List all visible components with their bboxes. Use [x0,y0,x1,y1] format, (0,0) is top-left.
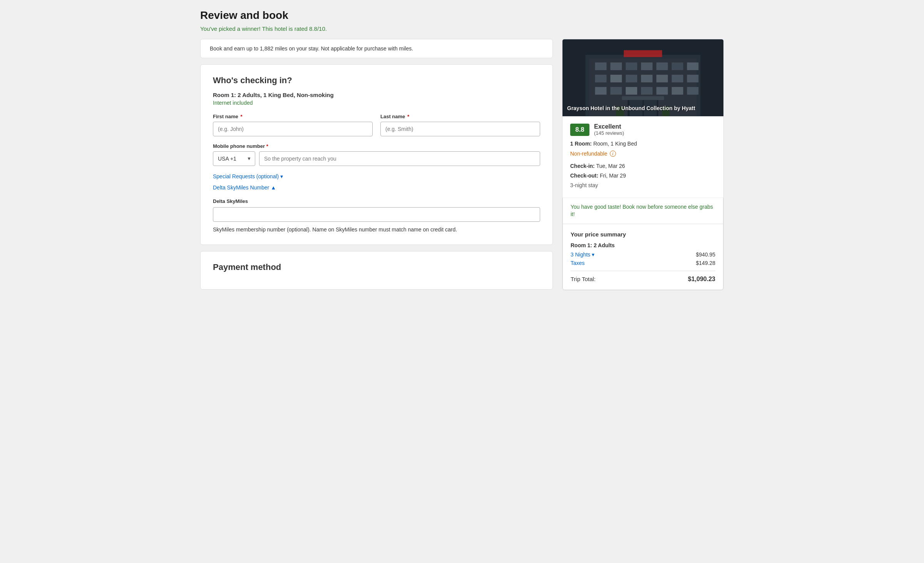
skymiles-input[interactable] [213,207,540,222]
page-title: Review and book [200,9,724,22]
phone-number-input[interactable] [259,151,540,166]
special-requests-link[interactable]: Special Requests (optional) ▾ [213,173,283,179]
hotel-info: 8.8 Excellent (145 reviews) 1 Room: Room… [562,116,723,198]
phone-label: Mobile phone number * [213,143,540,149]
chevron-down-icon: ▾ [280,173,283,179]
skymiles-link[interactable]: Delta SkyMiles Number ▲ [213,184,276,191]
svg-rect-31 [624,50,662,57]
country-code-select[interactable]: USA +1 CAN +1 GBR +44 [213,151,255,166]
right-column: Grayson Hotel in the Unbound Collection … [562,39,724,290]
hotel-image: Grayson Hotel in the Unbound Collection … [562,39,723,116]
non-refundable-label: Non-refundable i [570,151,716,157]
last-name-label: Last name * [380,114,540,119]
room-label: Room 1: 2 Adults, 1 King Bed, Non-smokin… [213,92,540,98]
first-name-label: First name * [213,114,373,119]
taxes-label[interactable]: Taxes [571,260,585,266]
hotel-card: Grayson Hotel in the Unbound Collection … [562,39,724,290]
hotel-image-title: Grayson Hotel in the Unbound Collection … [567,105,719,112]
winner-message: You've picked a winner! This hotel is ra… [200,25,724,32]
phone-row: Mobile phone number * USA +1 CAN +1 GBR … [213,143,540,166]
last-name-group: Last name * [380,114,540,136]
checkin-section-title: Who's checking in? [213,75,540,85]
first-name-group: First name * [213,114,373,136]
payment-section-title: Payment method [213,262,540,272]
trip-total-label: Trip Total: [571,276,596,282]
country-select-wrapper: USA +1 CAN +1 GBR +44 ▼ [213,151,255,166]
last-name-input[interactable] [380,122,540,136]
trip-total-row: Trip Total: $1,090.23 [571,276,715,283]
payment-card: Payment method [200,251,553,290]
chevron-up-icon: ▲ [271,184,276,191]
nights-row: 3 Nights ▾ $940.95 [571,251,715,258]
rating-label: Excellent [594,123,624,130]
good-taste-message: You have good taste! Book now before som… [562,198,723,224]
chevron-down-icon: ▾ [592,251,594,258]
nights-label[interactable]: 3 Nights ▾ [571,251,594,258]
taxes-row: Taxes $149.28 [571,260,715,266]
name-row: First name * Last name * [213,114,540,136]
price-room-label: Room 1: 2 Adults [571,242,715,248]
checkin-info: Check-in: Tue, Mar 26 Check-out: Fri, Ma… [570,161,716,191]
skymiles-toggle[interactable]: Delta SkyMiles Number ▲ [213,184,540,195]
room-info: 1 Room: Room, 1 King Bed [570,141,716,147]
night-stay: 3-night stay [570,181,716,190]
price-summary: Your price summary Room 1: 2 Adults 3 Ni… [562,224,723,290]
price-summary-title: Your price summary [571,231,715,238]
skymiles-field-label: Delta SkyMiles [213,198,540,204]
phone-input-group: USA +1 CAN +1 GBR +44 ▼ [213,151,540,166]
special-requests-toggle[interactable]: Special Requests (optional) ▾ [213,173,540,184]
checkin-card: Who's checking in? Room 1: 2 Adults, 1 K… [200,64,553,245]
taxes-value: $149.28 [696,260,715,266]
rating-reviews: (145 reviews) [594,130,624,136]
price-divider [571,271,715,271]
miles-banner: Book and earn up to 1,882 miles on your … [200,39,553,58]
trip-total-value: $1,090.23 [688,276,715,283]
skymiles-note: SkyMiles membership number (optional). N… [213,226,540,234]
info-icon[interactable]: i [610,151,616,157]
rating-row: 8.8 Excellent (145 reviews) [570,123,716,136]
skymiles-section: Delta SkyMiles SkyMiles membership numbe… [213,198,540,234]
first-name-input[interactable] [213,122,373,136]
nights-value: $940.95 [696,251,715,258]
internet-included-label: Internet included [213,100,540,106]
rating-badge: 8.8 [570,124,589,136]
